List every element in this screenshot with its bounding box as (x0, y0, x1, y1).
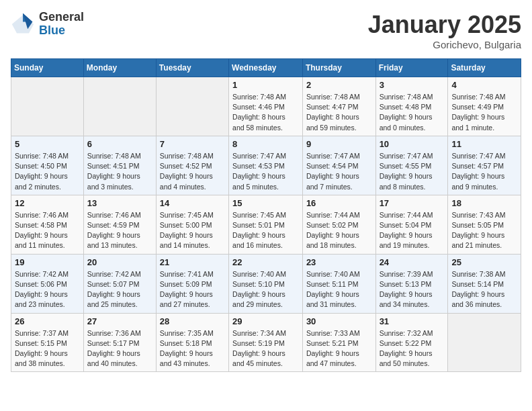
cell-info: Sunrise: 7:33 AM (306, 328, 372, 338)
calendar-cell: 31Sunrise: 7:32 AMSunset: 5:22 PMDayligh… (375, 313, 448, 372)
cell-info: Sunrise: 7:48 AM (87, 151, 152, 161)
calendar-cell: 4Sunrise: 7:48 AMSunset: 4:49 PMDaylight… (448, 77, 521, 136)
calendar-cell: 24Sunrise: 7:39 AMSunset: 5:13 PMDayligh… (375, 254, 448, 313)
day-number: 11 (451, 139, 517, 149)
cell-info: Sunrise: 7:39 AM (380, 269, 445, 279)
cell-info: Sunrise: 7:40 AM (232, 269, 299, 279)
cell-info: Sunrise: 7:42 AM (87, 269, 152, 279)
calendar-cell: 3Sunrise: 7:48 AMSunset: 4:48 PMDaylight… (375, 77, 448, 136)
cell-info: Sunrise: 7:42 AM (15, 269, 80, 279)
calendar-cell: 7Sunrise: 7:48 AMSunset: 4:52 PMDaylight… (156, 136, 228, 195)
cell-info: Sunrise: 7:48 AM (306, 92, 372, 102)
day-number: 12 (15, 198, 80, 208)
cell-info: Sunrise: 7:45 AM (160, 210, 225, 220)
day-number: 19 (15, 257, 80, 267)
calendar-cell (11, 77, 84, 136)
cell-info: Sunset: 5:15 PM (15, 338, 80, 349)
calendar-week-row: 1Sunrise: 7:48 AMSunset: 4:46 PMDaylight… (11, 77, 521, 136)
calendar-week-row: 12Sunrise: 7:46 AMSunset: 4:58 PMDayligh… (11, 195, 521, 254)
cell-info: Daylight: 9 hours and 36 minutes. (451, 289, 517, 310)
calendar-cell: 28Sunrise: 7:35 AMSunset: 5:18 PMDayligh… (156, 313, 228, 372)
header-row: SundayMondayTuesdayWednesdayThursdayFrid… (11, 59, 521, 77)
cell-info: Daylight: 9 hours and 19 minutes. (380, 230, 445, 250)
cell-info: Sunrise: 7:32 AM (380, 328, 445, 338)
logo-icon (11, 12, 35, 36)
cell-info: Sunset: 4:53 PM (232, 161, 299, 171)
day-number: 29 (232, 316, 299, 326)
cell-info: Sunset: 5:01 PM (232, 220, 299, 230)
cell-info: Daylight: 9 hours and 45 minutes. (232, 349, 299, 369)
calendar-cell: 6Sunrise: 7:48 AMSunset: 4:51 PMDaylight… (83, 136, 156, 195)
cell-info: Sunset: 4:55 PM (380, 161, 445, 171)
header-day: Tuesday (156, 59, 228, 77)
day-number: 15 (232, 198, 299, 208)
logo-blue: Blue (39, 24, 84, 38)
cell-info: Daylight: 9 hours and 14 minutes. (160, 230, 225, 250)
cell-info: Sunrise: 7:48 AM (232, 92, 299, 102)
cell-info: Sunset: 5:11 PM (306, 279, 372, 289)
cell-info: Sunrise: 7:34 AM (232, 328, 299, 338)
header-day: Saturday (448, 59, 521, 77)
cell-info: Sunrise: 7:41 AM (160, 269, 225, 279)
day-number: 18 (451, 198, 517, 208)
cell-info: Daylight: 9 hours and 18 minutes. (306, 230, 372, 250)
cell-info: Daylight: 9 hours and 47 minutes. (306, 349, 372, 369)
cell-info: Sunrise: 7:37 AM (15, 328, 80, 338)
calendar-week-row: 26Sunrise: 7:37 AMSunset: 5:15 PMDayligh… (11, 313, 521, 372)
day-number: 7 (160, 139, 225, 149)
cell-info: Sunrise: 7:44 AM (306, 210, 372, 220)
cell-info: Sunrise: 7:47 AM (380, 151, 445, 161)
header-day: Thursday (302, 59, 375, 77)
calendar-cell: 14Sunrise: 7:45 AMSunset: 5:00 PMDayligh… (156, 195, 228, 254)
cell-info: Sunrise: 7:43 AM (451, 210, 517, 220)
calendar-cell: 25Sunrise: 7:38 AMSunset: 5:14 PMDayligh… (448, 254, 521, 313)
location-subtitle: Gorichevo, Bulgaria (368, 39, 521, 50)
month-title: January 2025 (368, 11, 521, 39)
cell-info: Daylight: 9 hours and 50 minutes. (380, 349, 445, 369)
day-number: 25 (451, 257, 517, 267)
calendar-cell: 1Sunrise: 7:48 AMSunset: 4:46 PMDaylight… (229, 77, 303, 136)
cell-info: Daylight: 9 hours and 29 minutes. (232, 289, 299, 310)
cell-info: Daylight: 9 hours and 16 minutes. (232, 230, 299, 250)
cell-info: Sunset: 4:48 PM (380, 102, 445, 112)
cell-info: Daylight: 9 hours and 23 minutes. (15, 289, 80, 310)
calendar-cell: 27Sunrise: 7:36 AMSunset: 5:17 PMDayligh… (83, 313, 156, 372)
cell-info: Sunset: 5:17 PM (87, 338, 152, 349)
day-number: 23 (306, 257, 372, 267)
cell-info: Sunrise: 7:38 AM (451, 269, 517, 279)
cell-info: Daylight: 9 hours and 1 minute. (451, 112, 517, 132)
day-number: 20 (87, 257, 152, 267)
cell-info: Sunrise: 7:46 AM (15, 210, 80, 220)
cell-info: Daylight: 9 hours and 43 minutes. (160, 349, 225, 369)
cell-info: Sunset: 5:04 PM (380, 220, 445, 230)
day-number: 13 (87, 198, 152, 208)
calendar-cell: 29Sunrise: 7:34 AMSunset: 5:19 PMDayligh… (229, 313, 303, 372)
header-day: Wednesday (229, 59, 303, 77)
cell-info: Daylight: 9 hours and 5 minutes. (232, 171, 299, 191)
cell-info: Sunrise: 7:46 AM (87, 210, 152, 220)
day-number: 8 (232, 139, 299, 149)
cell-info: Sunrise: 7:40 AM (306, 269, 372, 279)
cell-info: Daylight: 9 hours and 34 minutes. (380, 289, 445, 310)
cell-info: Sunset: 4:47 PM (306, 102, 372, 112)
calendar-cell: 10Sunrise: 7:47 AMSunset: 4:55 PMDayligh… (375, 136, 448, 195)
calendar-cell: 20Sunrise: 7:42 AMSunset: 5:07 PMDayligh… (83, 254, 156, 313)
cell-info: Sunrise: 7:44 AM (380, 210, 445, 220)
header-day: Monday (83, 59, 156, 77)
day-number: 4 (451, 80, 517, 90)
day-number: 30 (306, 316, 372, 326)
logo-general: General (39, 11, 84, 24)
calendar-table: SundayMondayTuesdayWednesdayThursdayFrid… (11, 58, 521, 372)
cell-info: Sunset: 4:46 PM (232, 102, 299, 112)
day-number: 1 (232, 80, 299, 90)
title-block: January 2025 Gorichevo, Bulgaria (368, 11, 521, 50)
cell-info: Daylight: 9 hours and 25 minutes. (87, 289, 152, 310)
cell-info: Sunset: 4:57 PM (451, 161, 517, 171)
cell-info: Sunset: 4:51 PM (87, 161, 152, 171)
day-number: 17 (380, 198, 445, 208)
cell-info: Sunset: 5:19 PM (232, 338, 299, 349)
cell-info: Sunset: 5:22 PM (380, 338, 445, 349)
cell-info: Sunset: 5:05 PM (451, 220, 517, 230)
calendar-week-row: 19Sunrise: 7:42 AMSunset: 5:06 PMDayligh… (11, 254, 521, 313)
calendar-cell (83, 77, 156, 136)
